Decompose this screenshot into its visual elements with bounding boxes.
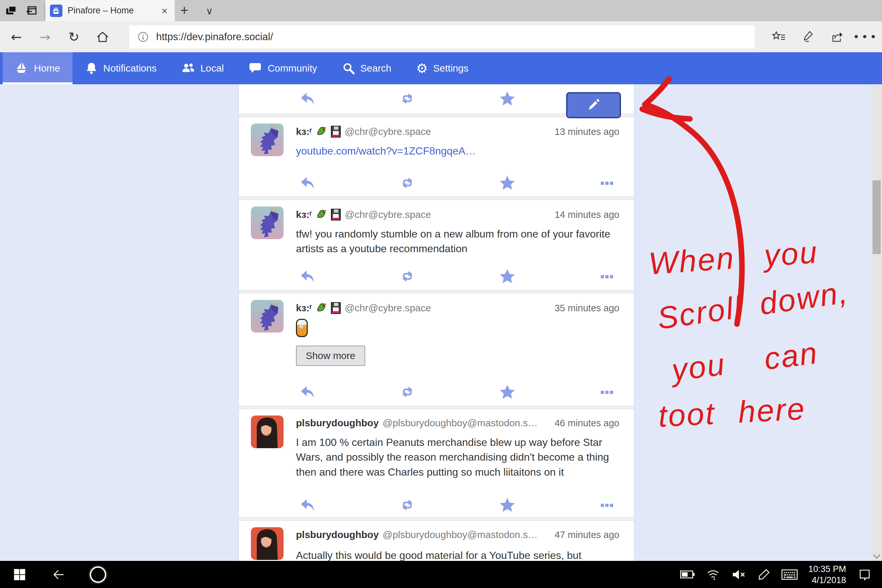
reply-icon[interactable] xyxy=(300,268,316,285)
reply-icon[interactable] xyxy=(300,90,316,107)
toot-separator xyxy=(239,196,634,200)
boost-icon[interactable] xyxy=(399,175,416,191)
star-icon[interactable] xyxy=(499,497,516,513)
pen-icon[interactable] xyxy=(752,561,777,588)
reply-icon[interactable] xyxy=(300,175,316,191)
reply-icon[interactable] xyxy=(300,497,316,513)
star-icon[interactable] xyxy=(499,175,516,191)
share-icon[interactable] xyxy=(824,21,850,52)
hub-favorites-icon[interactable] xyxy=(766,21,792,52)
dragon-emoji xyxy=(316,126,327,138)
browser-tab[interactable]: Pinafore – Home × xyxy=(45,0,175,21)
browser-tab-bar: Pinafore – Home × + ∨ xyxy=(0,0,882,21)
dragon-emoji xyxy=(316,302,327,314)
toot: plsburydoughboy @plsburydoughboy@mastodo… xyxy=(239,521,634,561)
volume-muted-icon[interactable] xyxy=(726,561,752,588)
boost-icon[interactable] xyxy=(399,268,416,285)
more-icon[interactable] xyxy=(599,175,615,191)
toot: kз:ʳ @chr@cybre.space 13 minutes ago you… xyxy=(239,117,634,196)
close-tab-icon[interactable]: × xyxy=(159,6,170,16)
nav-item-community[interactable]: Community xyxy=(236,52,330,84)
toot-separator xyxy=(239,290,634,293)
star-icon[interactable] xyxy=(499,268,516,285)
avatar[interactable] xyxy=(251,416,284,448)
back-icon[interactable]: ← xyxy=(3,21,29,52)
more-icon[interactable] xyxy=(599,268,615,285)
boost-icon[interactable] xyxy=(399,497,416,513)
boost-icon[interactable] xyxy=(399,90,416,107)
more-options-icon[interactable]: ••• xyxy=(853,21,879,52)
battery-icon[interactable] xyxy=(675,561,700,588)
dragon-emoji xyxy=(316,208,327,221)
clock-time: 10:35 PM xyxy=(808,564,846,574)
avatar[interactable] xyxy=(251,300,284,333)
nav-item-settings[interactable]: ⚙ Settings xyxy=(404,52,481,84)
nav-item-notifications[interactable]: Notifications xyxy=(72,52,169,84)
nav-label-settings: Settings xyxy=(433,63,468,74)
toot-username[interactable]: plsburydoughboy xyxy=(296,529,379,540)
toot-timestamp[interactable]: 13 minutes ago xyxy=(555,126,620,137)
home-icon[interactable] xyxy=(90,21,116,52)
compose-toot-button[interactable] xyxy=(566,92,621,118)
star-icon[interactable] xyxy=(499,384,516,400)
cortana-icon[interactable] xyxy=(78,561,118,588)
toot: kз:ʳ @chr@cybre.space 14 minutes ago tfw… xyxy=(239,200,634,290)
pinafore-navbar: Home Notifications Local Community Searc… xyxy=(0,52,882,84)
nav-item-local[interactable]: Local xyxy=(169,52,236,84)
nav-label-community: Community xyxy=(267,63,317,74)
more-icon[interactable] xyxy=(599,384,615,400)
action-center-icon[interactable] xyxy=(852,561,878,588)
toot-separator xyxy=(239,406,634,409)
toot-timestamp[interactable]: 35 minutes ago xyxy=(555,303,620,314)
touch-keyboard-icon[interactable] xyxy=(777,561,802,588)
nav-item-home[interactable]: Home xyxy=(3,52,72,84)
scrollbar-thumb[interactable] xyxy=(873,180,881,254)
web-note-pen-icon[interactable] xyxy=(795,21,821,52)
scrollbar-track[interactable] xyxy=(871,84,882,561)
avatar[interactable] xyxy=(251,123,284,156)
toot-timestamp[interactable]: 47 minutes ago xyxy=(555,530,620,540)
more-icon[interactable] xyxy=(599,497,615,513)
url-text[interactable]: https://dev.pinafore.social/ xyxy=(156,31,273,43)
scrollbar-down-arrow-icon[interactable] xyxy=(873,551,881,559)
avatar[interactable] xyxy=(251,207,284,239)
set-tabs-aside-icon[interactable] xyxy=(4,4,18,18)
boost-icon[interactable] xyxy=(399,384,416,400)
nav-item-search[interactable]: Search xyxy=(330,52,404,84)
windows-taskbar: 10:35 PM 4/1/2018 xyxy=(0,561,882,588)
toot-username[interactable]: kз:ʳ xyxy=(296,126,312,137)
toot-timestamp[interactable]: 14 minutes ago xyxy=(555,209,620,220)
avatar[interactable] xyxy=(251,527,284,560)
wifi-icon[interactable] xyxy=(700,561,726,588)
windows-start-icon[interactable] xyxy=(0,561,39,588)
new-tab-button[interactable]: + xyxy=(180,3,189,18)
toot-timestamp[interactable]: 46 minutes ago xyxy=(555,418,620,429)
toot-separator xyxy=(239,518,634,521)
reply-icon[interactable] xyxy=(300,384,316,400)
nav-label-local: Local xyxy=(200,63,224,74)
show-more-button[interactable]: Show more xyxy=(296,346,365,366)
toot-link[interactable]: youtube.com/watch?v=1ZCF8ngqeA… xyxy=(296,145,476,157)
toot-handle[interactable]: @plsburydoughboy@mastodon.s… xyxy=(382,417,550,429)
toot-handle[interactable]: @plsburydoughboy@mastodon.s… xyxy=(382,529,550,540)
floppy-disk-emoji xyxy=(331,126,341,138)
floppy-disk-emoji xyxy=(331,302,341,314)
forward-icon[interactable]: → xyxy=(32,21,58,52)
restore-tabs-icon[interactable] xyxy=(25,4,39,18)
taskbar-clock[interactable]: 10:35 PM 4/1/2018 xyxy=(802,564,852,586)
screen: Pinafore – Home × + ∨ ← → ↻ https://dev.… xyxy=(0,0,882,588)
refresh-icon[interactable]: ↻ xyxy=(61,21,87,52)
tabbar-divider xyxy=(44,2,45,19)
toot-username[interactable]: plsburydoughboy xyxy=(296,417,379,429)
site-info-icon[interactable] xyxy=(137,31,149,43)
back-arrow-icon[interactable] xyxy=(39,561,78,588)
toot-handle[interactable]: @chr@cybre.space xyxy=(345,209,551,220)
nav-label-home: Home xyxy=(34,63,60,74)
tab-preview-chevron-icon[interactable]: ∨ xyxy=(206,5,213,16)
address-bar[interactable]: https://dev.pinafore.social/ xyxy=(129,26,754,48)
toot-handle[interactable]: @chr@cybre.space xyxy=(345,303,551,314)
toot-handle[interactable]: @chr@cybre.space xyxy=(345,126,551,137)
toot-username[interactable]: kз:ʳ xyxy=(296,303,312,314)
toot-username[interactable]: kз:ʳ xyxy=(296,209,312,220)
star-icon[interactable] xyxy=(499,90,516,107)
